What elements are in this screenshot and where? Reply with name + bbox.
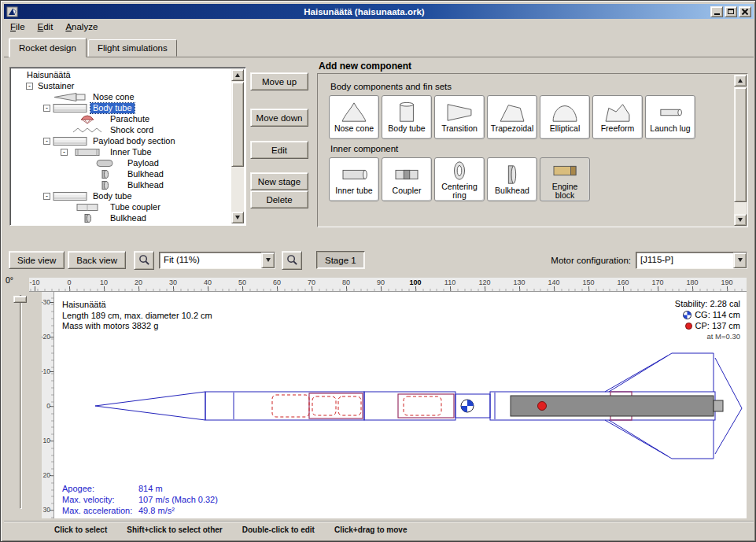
scroll-down-button[interactable] <box>231 212 244 223</box>
tree-item-icon <box>70 125 105 135</box>
titlebar[interactable]: Haisunäätä (haisunaata.ork) <box>4 4 754 19</box>
tree-item-label: Bulkhead <box>108 213 149 223</box>
maximize-button[interactable] <box>725 6 737 17</box>
ruler-tick: 150 <box>582 278 594 286</box>
tree-item[interactable]: Sustainer <box>12 80 231 91</box>
shock-cord-shape <box>312 396 336 415</box>
tree-item-icon <box>53 92 87 102</box>
tree-item[interactable]: Nose cone <box>12 91 231 102</box>
close-button[interactable] <box>739 6 751 17</box>
scroll-up-button[interactable] <box>231 69 244 81</box>
add-component-button[interactable]: Transition <box>434 95 485 139</box>
tree-item-label: Parachute <box>108 114 152 124</box>
tree-item-label: Nose cone <box>90 92 137 102</box>
tree-expander-icon[interactable] <box>61 149 68 156</box>
action-button[interactable]: Delete <box>250 190 308 208</box>
add-component-button[interactable]: Launch lug <box>645 95 695 139</box>
add-component-button[interactable]: Centering ring <box>434 157 485 201</box>
add-component-button[interactable]: Engine block <box>540 157 590 201</box>
ruler-tick-mark <box>588 286 589 291</box>
tab[interactable]: Flight simulations <box>88 39 177 57</box>
tree-item[interactable]: Payload <box>12 157 231 168</box>
tree-item[interactable]: Body tube <box>12 102 231 113</box>
action-button[interactable]: New stage <box>250 172 308 190</box>
add-component-button[interactable]: Inner tube <box>329 157 379 201</box>
rotation-slider-thumb[interactable] <box>13 296 27 303</box>
rocket-canvas[interactable]: HaisunäätäLength 189 cm, max. diameter 1… <box>54 292 747 518</box>
rotation-slider[interactable] <box>20 295 22 509</box>
ruler-tick-mark <box>277 286 278 291</box>
nose-cone-shape <box>95 392 205 420</box>
component-tree[interactable]: Haisunäätä Sustainer Nose cone <box>12 69 231 223</box>
add-component-button[interactable]: Freeform <box>592 95 643 139</box>
add-component-button[interactable]: Body tube <box>382 95 432 139</box>
stage-1-toggle[interactable]: Stage 1 <box>316 251 365 269</box>
tree-item[interactable]: Shock cord <box>12 124 231 135</box>
menu-item[interactable]: Edit <box>31 20 60 33</box>
ruler-tick: 140 <box>548 278 559 286</box>
tree-item-icon <box>70 114 105 124</box>
ruler-tick-mark <box>415 286 416 291</box>
action-button[interactable]: Move down <box>250 109 308 127</box>
tree-item[interactable]: Tube coupler <box>12 201 231 212</box>
tree-scrollbar[interactable] <box>231 69 244 223</box>
minimize-button[interactable] <box>710 6 723 17</box>
tree-expander-icon[interactable] <box>26 83 33 90</box>
component-icon <box>495 101 529 124</box>
ruler-tick-mark <box>623 286 624 291</box>
ruler-tick: 130 <box>513 278 525 286</box>
tree-item-label: Haisunäätä <box>24 70 73 80</box>
hidden-inner-components[interactable] <box>272 395 441 417</box>
tree-item[interactable]: Payload body section <box>12 135 231 146</box>
arrow-up-icon <box>738 79 743 83</box>
tree-expander-icon[interactable] <box>43 105 50 112</box>
scrollbar-thumb[interactable] <box>231 82 244 167</box>
tree-item[interactable]: Bulkhead <box>12 168 231 179</box>
menu-item[interactable]: File <box>4 20 31 33</box>
status-hint: Double-click to edit <box>242 525 315 534</box>
rocket-info-line: Length 189 cm, max. diameter 10.2 cm <box>62 311 212 322</box>
add-component-button[interactable]: Nose cone <box>329 95 379 139</box>
stability-value: Stability: 2.28 cal <box>675 299 740 308</box>
zoom-in-button[interactable] <box>134 251 154 270</box>
vertical-ruler: -30-20-100102030 <box>42 292 54 518</box>
menu-item[interactable]: Analyze <box>59 20 104 33</box>
tree-expander-icon[interactable] <box>43 193 50 200</box>
tree-item[interactable]: Bulkhead <box>12 212 231 223</box>
combo-dropdown-button[interactable] <box>261 253 275 268</box>
motor-configuration-select[interactable]: [J115-P] <box>636 252 747 269</box>
action-button[interactable]: Move up <box>250 72 308 90</box>
ruler-tick: 0 <box>67 278 71 286</box>
tree-item-label: Bulkhead <box>125 169 166 179</box>
side-view-button[interactable]: Side view <box>9 251 65 269</box>
scroll-up-button[interactable] <box>734 75 747 87</box>
tree-item[interactable]: Haisunäätä <box>12 69 231 80</box>
scrollbar-thumb[interactable] <box>734 87 747 202</box>
component-button-label: Bulkhead <box>495 186 529 195</box>
tree-item[interactable]: Inner Tube <box>12 146 231 157</box>
ruler-tick-mark <box>50 510 53 511</box>
tab[interactable]: Rocket design <box>9 38 87 57</box>
scroll-down-button[interactable] <box>734 214 747 226</box>
tree-item[interactable]: Parachute <box>12 113 231 124</box>
action-button[interactable]: Edit <box>250 141 308 159</box>
tree-item[interactable]: Body tube <box>12 190 231 201</box>
tree-expander-icon[interactable] <box>43 138 50 145</box>
tree-item[interactable]: Bulkhead <box>12 179 231 190</box>
add-component-button[interactable]: Trapezoidal <box>487 95 537 139</box>
combo-dropdown-button[interactable] <box>733 253 747 268</box>
menubar: FileEditAnalyze <box>4 19 754 35</box>
back-view-button[interactable]: Back view <box>68 251 126 269</box>
add-component-button[interactable]: Elliptical <box>540 95 590 139</box>
flight-stat-label: Apogee: <box>62 483 138 494</box>
add-component-button[interactable]: Bulkhead <box>487 157 537 201</box>
zoom-out-icon <box>286 254 298 266</box>
zoom-select[interactable]: Fit (11%) <box>159 252 275 269</box>
ruler-tick-mark <box>50 406 53 407</box>
add-component-button[interactable]: Coupler <box>382 157 432 201</box>
ruler-tick-mark <box>50 302 53 303</box>
flight-statistics: Apogee: 814 m Max. velocity: 107 m/s (Ma… <box>62 483 218 516</box>
component-panel-scrollbar[interactable] <box>734 75 747 226</box>
zoom-out-button[interactable] <box>282 251 302 270</box>
status-hint: Shift+click to select other <box>127 525 222 534</box>
